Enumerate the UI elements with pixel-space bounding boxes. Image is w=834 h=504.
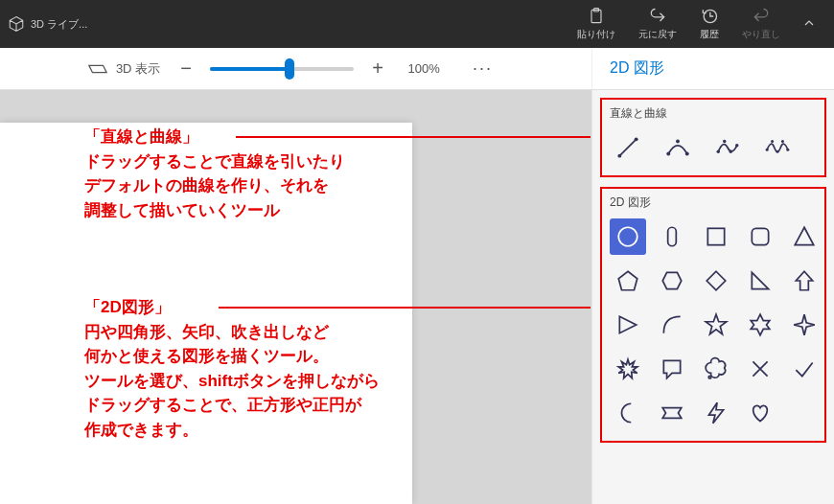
- shape-heart[interactable]: [742, 395, 778, 431]
- svg-point-15: [776, 150, 778, 153]
- tool-curve-3pt[interactable]: [660, 129, 696, 166]
- line-icon: [615, 135, 640, 160]
- shape-pentagon[interactable]: [610, 263, 646, 299]
- star-5-icon: [704, 312, 729, 337]
- tool-curve-4pt[interactable]: [709, 129, 746, 166]
- shape-square[interactable]: [698, 218, 734, 255]
- view-3d-button[interactable]: 3D 表示: [87, 60, 160, 78]
- shape-banner[interactable]: [654, 395, 690, 431]
- panel-title: 2D 図形: [591, 48, 834, 89]
- svg-line-3: [619, 139, 636, 155]
- star-6-icon: [748, 312, 773, 337]
- lines-group: 直線と曲線: [600, 98, 826, 177]
- shape-right-triangle[interactable]: [742, 263, 778, 299]
- history-icon: [700, 7, 719, 26]
- triangle-right-icon: [615, 312, 640, 337]
- shape-star-5[interactable]: [698, 307, 734, 343]
- right-triangle-icon: [748, 268, 773, 293]
- triangle-icon: [792, 224, 817, 249]
- zoom-controls: − + 100%: [175, 57, 446, 80]
- arc-icon: [660, 312, 684, 337]
- svg-point-9: [717, 150, 720, 153]
- annotation-line-1: [236, 136, 591, 138]
- shape-hexagon[interactable]: [654, 263, 690, 299]
- shape-oval[interactable]: [654, 218, 690, 255]
- arrow-up-icon: [792, 268, 817, 293]
- svg-point-22: [708, 376, 711, 378]
- svg-point-6: [666, 152, 670, 156]
- svg-rect-20: [707, 228, 724, 244]
- thought-bubble-icon: [704, 356, 729, 381]
- paste-button[interactable]: 貼り付け: [566, 7, 627, 41]
- curve-5pt-icon: [765, 135, 790, 160]
- shape-cross[interactable]: [742, 351, 778, 387]
- cross-icon: [748, 356, 773, 381]
- svg-point-8: [685, 152, 689, 156]
- shape-moon[interactable]: [610, 395, 646, 431]
- tool-line[interactable]: [610, 129, 646, 166]
- heart-icon: [748, 401, 773, 425]
- shape-star-6[interactable]: [742, 307, 778, 343]
- chevron-up-icon: [801, 15, 817, 31]
- annotation-shapes: 「2D図形」 円や四角形、矢印、吹き出しなど 何かと使える図形を描くツール。 ツ…: [84, 295, 380, 442]
- redo-button: やり直し: [730, 7, 792, 41]
- shape-rounded-square[interactable]: [742, 218, 778, 255]
- view-3d-icon: [87, 61, 108, 77]
- burst-icon: [615, 356, 640, 381]
- collapse-toggle[interactable]: [792, 15, 826, 33]
- app-icon: [8, 15, 25, 33]
- shape-triangle-up[interactable]: [786, 218, 822, 255]
- tool-curve-5pt[interactable]: [759, 129, 796, 166]
- square-icon: [704, 224, 729, 249]
- zoom-slider[interactable]: [210, 67, 354, 71]
- paste-icon: [587, 7, 606, 26]
- undo-icon: [648, 7, 667, 26]
- star-4-icon: [792, 312, 817, 337]
- shapes-group-title: 2D 図形: [610, 195, 817, 211]
- titlebar: 3D ライブ... 貼り付け 元に戻す 履歴 やり直し: [0, 0, 834, 48]
- toolbar: 3D 表示 − + 100% ··· 2D 図形: [0, 48, 834, 90]
- circle-icon: [615, 224, 640, 249]
- shape-star-4[interactable]: [786, 307, 822, 343]
- annotation-lines: 「直線と曲線」 ドラッグすることで直線を引いたり デフォルトの曲線を作り、それを…: [84, 125, 345, 222]
- speech-bubble-icon: [660, 356, 684, 381]
- svg-point-5: [635, 137, 638, 141]
- history-button[interactable]: 履歴: [688, 7, 730, 41]
- banner-icon: [660, 401, 684, 425]
- shape-speech-bubble[interactable]: [654, 351, 690, 387]
- oval-icon: [660, 224, 684, 249]
- svg-point-17: [786, 149, 789, 151]
- rounded-square-icon: [748, 224, 773, 249]
- svg-point-7: [676, 140, 680, 144]
- svg-point-12: [735, 144, 738, 147]
- shape-quarter-arc[interactable]: [654, 307, 690, 343]
- shape-triangle-mark[interactable]: [610, 307, 646, 343]
- curve-3pt-icon: [665, 135, 690, 160]
- svg-rect-21: [752, 228, 768, 244]
- pentagon-icon: [615, 268, 640, 293]
- zoom-slider-thumb[interactable]: [285, 58, 294, 80]
- app-label: 3D ライブ...: [31, 17, 87, 32]
- shape-burst[interactable]: [610, 351, 646, 387]
- svg-point-11: [730, 150, 732, 153]
- undo-button[interactable]: 元に戻す: [627, 7, 688, 41]
- shape-thought-bubble[interactable]: [698, 351, 734, 387]
- lightning-icon: [704, 401, 729, 425]
- svg-rect-19: [668, 227, 677, 246]
- shape-lightning[interactable]: [698, 395, 734, 431]
- shape-circle[interactable]: [610, 218, 646, 255]
- canvas-area[interactable]: 「直線と曲線」 ドラッグすることで直線を引いたり デフォルトの曲線を作り、それを…: [0, 90, 591, 504]
- svg-point-16: [781, 140, 784, 143]
- zoom-in-button[interactable]: +: [367, 57, 388, 80]
- shape-check[interactable]: [786, 351, 822, 387]
- shapes-group: 2D 図形: [600, 187, 826, 443]
- hexagon-icon: [660, 268, 684, 293]
- shape-arrow-up[interactable]: [786, 263, 822, 299]
- curve-4pt-icon: [715, 135, 740, 160]
- svg-point-4: [617, 154, 621, 158]
- shape-diamond[interactable]: [698, 263, 734, 299]
- zoom-value[interactable]: 100%: [402, 61, 446, 76]
- zoom-out-button[interactable]: −: [175, 57, 197, 80]
- svg-point-18: [618, 227, 637, 246]
- more-button[interactable]: ···: [461, 58, 504, 79]
